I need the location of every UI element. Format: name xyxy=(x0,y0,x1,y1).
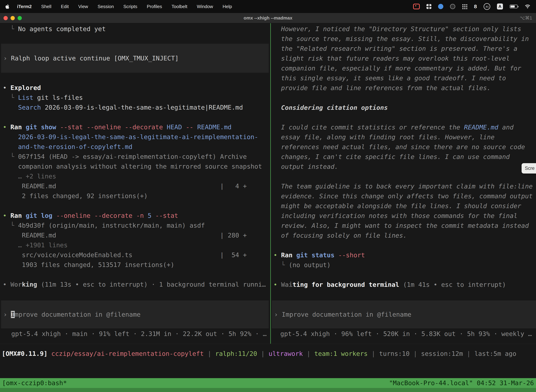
terminal-line: the "Related research writing" section i… xyxy=(273,44,533,54)
battery-icon[interactable] xyxy=(510,5,518,9)
battery-fill xyxy=(511,5,515,8)
terminal-text-segment: (1m 41s • esc to interrupt) xyxy=(399,281,506,288)
terminal-text-segment: src/voice/voiceModeEnabled.ts | 54 + xyxy=(3,251,247,258)
terminal-text-segment: of focusing solely on file lines. xyxy=(273,232,407,239)
menu-item-help[interactable]: Help xyxy=(218,4,237,9)
blue-app-icon[interactable] xyxy=(438,4,443,9)
right-pane-output: However, I noticed the "Directory Struct… xyxy=(273,24,533,289)
terminal-line: companion file, especially if more comme… xyxy=(273,63,533,73)
terminal-text-segment: gpt-5.4 xhigh · main · 91% left · 2.31M … xyxy=(11,330,267,337)
terminal-text-segment: --short xyxy=(338,252,365,259)
menu-item-shell[interactable]: Shell xyxy=(36,4,56,9)
terminal-text-segment: ultrawork xyxy=(268,350,303,357)
terminal-line: 2 files changed, 92 insertions(+) xyxy=(3,191,266,201)
menu-item-iterm2[interactable]: iTerm2 xyxy=(12,4,36,9)
ralph-loop-banner-text: › Ralph loop active continue [OMX_TMUX_I… xyxy=(3,53,179,63)
terminal-text-segment: | xyxy=(257,350,268,357)
terminal-line: › Ralph loop active continue [OMX_TMUX_I… xyxy=(3,53,179,63)
terminal-text-segment: • xyxy=(3,123,10,131)
terminal-text-segment: gpt-5.4 xhigh · 96% left · 520K in · 5.8… xyxy=(280,330,532,337)
terminal-text-segment: README.md xyxy=(464,124,498,131)
terminal-text-segment: › xyxy=(3,311,11,318)
terminal-text-segment: › xyxy=(274,311,282,318)
terminal-text-segment: including verification notes with those … xyxy=(273,212,517,219)
terminal-line: README.md | 4 + xyxy=(3,181,266,191)
terminal-line: output instead. xyxy=(273,162,533,172)
terminal-text-segment: --oneline --decorate -n xyxy=(56,212,144,219)
left-prompt-input[interactable]: › Improve documentation in @filename xyxy=(1,300,269,328)
menu-item-window[interactable]: Window xyxy=(192,4,218,9)
window-title: omx --xhigh --madmax xyxy=(0,15,536,21)
terminal-text-segment: 4b9d30f (origin/main, instructkr/main, m… xyxy=(18,222,205,229)
terminal-line: this single essay, it seems like a good … xyxy=(273,73,533,83)
terminal-line: slight risk that future readers may over… xyxy=(273,54,533,63)
terminal-line: 2026-03-09-is-legal-the-same-as-legitima… xyxy=(3,132,266,142)
terminal-line xyxy=(273,172,533,182)
tmux-status-bar: [omx-cczip0:bash* "MacBook-Pro-44.local"… xyxy=(0,378,536,388)
terminal-line: Considering citation options xyxy=(273,103,533,112)
wifi-icon[interactable] xyxy=(524,4,531,9)
terminal-line xyxy=(273,240,533,250)
menu-item-session[interactable]: Session xyxy=(93,4,119,9)
terminal-text-segment: the "Related research writing" section i… xyxy=(273,45,517,52)
terminal-line: including verification notes with those … xyxy=(273,211,533,221)
terminal-line: └ 067f154 (HEAD -> essay/ai-reimplementa… xyxy=(3,152,266,162)
terminal-text-segment: Ralph loop active continue [OMX_TMUX_INJ… xyxy=(11,55,179,62)
left-pane-top-output: └ No agents completed yet xyxy=(3,24,106,34)
terminal-text-segment: evidence. Since this change only affects… xyxy=(273,192,533,200)
terminal-line: Search 2026-03-09-is-legal-the-same-as-l… xyxy=(3,103,266,112)
terminal-text-segment: 2026-03-09-is-legal-the-same-as-legitima… xyxy=(41,104,243,111)
battery-percent-badge[interactable]: .61 xyxy=(483,3,490,10)
screen-record-indicator-icon[interactable] xyxy=(413,4,420,9)
input-source-icon[interactable]: A xyxy=(497,4,503,9)
terminal-text-segment xyxy=(3,104,18,111)
terminal-text-segment: changes, I can't cite specific file line… xyxy=(273,153,510,160)
right-prompt-input[interactable]: › Improve documentation in @filename xyxy=(272,300,536,328)
terminal-line: └ (no output) xyxy=(273,260,533,270)
menu-item-profiles[interactable]: Profiles xyxy=(142,4,167,9)
terminal-text-segment: git show xyxy=(26,123,56,131)
menu-item-toolbelt[interactable]: Toolbelt xyxy=(167,4,192,9)
window-shortcut-hint: ⌥⌘1 xyxy=(520,15,532,21)
left-prompt-input-text: › Improve documentation in @filename xyxy=(3,310,140,319)
terminal-line: of focusing solely on file lines. xyxy=(273,231,533,240)
digit-8-icon[interactable]: 8 xyxy=(474,4,477,9)
terminal-text-segment: I could cite commit statistics or refere… xyxy=(273,124,464,131)
right-session-status: gpt-5.4 xhigh · 96% left · 520K in · 5.8… xyxy=(280,329,532,339)
terminal-text-segment: king xyxy=(22,281,37,288)
terminal-text-segment: Ran xyxy=(10,123,26,131)
dots-grid-icon[interactable] xyxy=(462,4,467,9)
terminal-line: • Waiting for background terminal (1m 41… xyxy=(273,280,533,289)
terminal-text-segment: • xyxy=(3,212,10,219)
terminal-text-segment: this single essay, it seems like a good … xyxy=(273,75,506,82)
terminal-line: and-the-erosion-of-copyleft.md xyxy=(3,142,266,152)
terminal-text-segment: git log xyxy=(26,212,53,219)
pane-bottom-edge xyxy=(0,344,536,344)
apple-menu-icon[interactable] xyxy=(5,4,10,9)
terminal-text-segment: slight risk that future readers may over… xyxy=(273,55,510,62)
terminal-text-segment: However, I noticed the "Directory Struct… xyxy=(273,25,521,33)
terminal-text-segment: session:12m xyxy=(421,350,463,357)
menu-items: iTerm2ShellEditViewSessionScriptsProfile… xyxy=(12,4,237,9)
dark-app-icon[interactable] xyxy=(450,4,455,9)
terminal-text-segment: HEAD xyxy=(163,123,186,131)
terminal-text-segment: The team guideline is to back every impo… xyxy=(273,183,533,190)
menu-item-edit[interactable]: Edit xyxy=(56,4,73,9)
terminal-line: • Ran git show --stat --oneline --decora… xyxy=(3,122,266,132)
terminal-text-segment: › xyxy=(3,55,11,62)
window-title-bar: omx --xhigh --madmax ⌥⌘1 xyxy=(0,13,536,23)
terminal-line xyxy=(3,112,266,122)
terminal-line: • Ran git log --oneline --decorate -n 5 … xyxy=(3,211,266,221)
terminal-line: However, I noticed the "Directory Struct… xyxy=(273,24,533,34)
terminal-line: src/voice/voiceModeEnabled.ts | 54 + xyxy=(3,250,266,260)
terminal-text-segment: 5 xyxy=(144,212,155,219)
terminal-text-segment: output instead. xyxy=(273,163,338,170)
terminal-text-segment: | xyxy=(204,350,215,357)
terminal-text-segment xyxy=(56,123,60,131)
grid-icon[interactable] xyxy=(426,4,431,9)
terminal-text-segment: team:1 workers xyxy=(314,350,368,357)
terminal-line: review. Also, I might want to inspect th… xyxy=(273,221,533,231)
screen-overlay-tab[interactable]: Scre xyxy=(522,163,536,173)
menu-item-scripts[interactable]: Scripts xyxy=(119,4,142,9)
menu-item-view[interactable]: View xyxy=(73,4,93,9)
